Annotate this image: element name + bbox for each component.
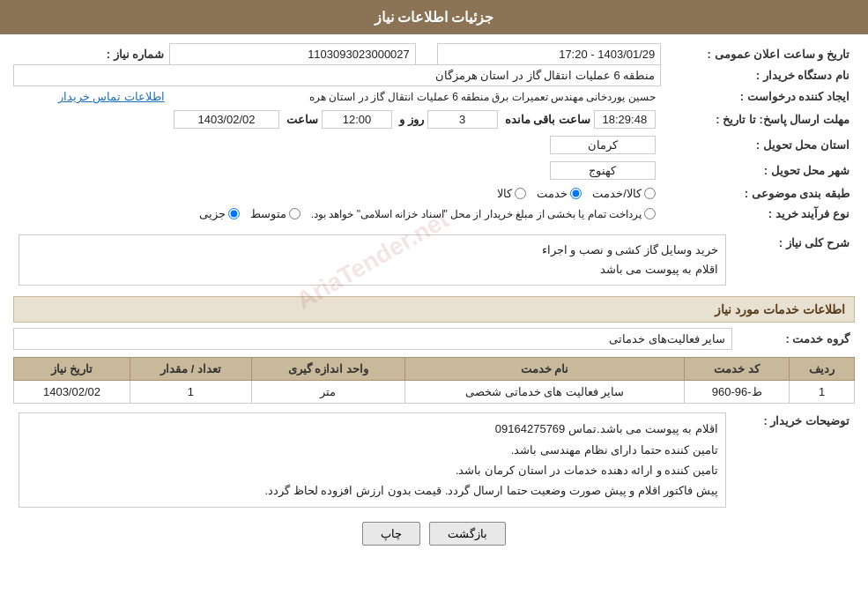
grohe-label: گروه خدمت : — [731, 329, 855, 350]
shomara-niaz-label: شماره نیاز : — [14, 44, 170, 65]
cell-kod: ط-96-960 — [685, 381, 790, 404]
th-kod: کد خدمت — [685, 358, 790, 381]
saat-label: ساعت — [286, 113, 318, 126]
radio-tamam-item: پرداخت تمام یا بخشی از مبلغ خریدار از مح… — [311, 208, 656, 220]
tabaqeh-label: طبقه بندی موضوعی : — [661, 183, 855, 204]
services-table: ردیف کد خدمت نام خدمت واحد اندازه گیری ت… — [13, 357, 855, 404]
table-row: 1 ط-96-960 سایر فعالیت های خدماتی شخصی م… — [14, 381, 855, 404]
motevaset-label: متوسط — [250, 207, 286, 220]
tosihaat-line2: تامین کننده حتما دارای نظام مهندسی باشد. — [26, 440, 718, 460]
tarrikh-aalan-value: 1403/01/29 - 17:20 — [438, 44, 661, 65]
shomara-niaz-value: 1103093023000027 — [170, 44, 416, 65]
buttons-row: بازگشت چاپ — [13, 522, 855, 546]
sharh-line1: خرید وسایل گاز کشی و نصب و اجراء — [26, 241, 718, 260]
services-table-head: ردیف کد خدمت نام خدمت واحد اندازه گیری ت… — [14, 358, 855, 381]
row-shomara: تاریخ و ساعت اعلان عمومی : 1403/01/29 - … — [14, 44, 856, 65]
row-sharh: شرح کلی نیاز : AriaTender.net خرید وسایل… — [13, 231, 855, 289]
category-radio-group: کالا/خدمت خدمت کالا — [19, 187, 656, 200]
tarrikh-aalan-label: تاریخ و ساعت اعلان عمومی : — [661, 44, 855, 65]
row-name-dastgah: نام دستگاه خریدار : منطقه 6 عملیات انتقا… — [14, 65, 856, 86]
sharh-line2: اقلام به پیوست می باشد — [26, 260, 718, 279]
row-tabaqeh: طبقه بندی موضوعی : کالا/خدمت خدمت — [14, 183, 856, 204]
khadamat-section-title: اطلاعات خدمات مورد نیاز — [13, 296, 855, 323]
sharh-table: شرح کلی نیاز : AriaTender.net خرید وسایل… — [13, 231, 855, 289]
shahr-value: کهنوج — [550, 161, 656, 180]
row-farayand: نوع فرآیند خرید : پرداخت تمام یا بخشی از… — [14, 204, 856, 224]
shahr-label: شهر محل تحویل : — [661, 158, 855, 183]
ijad-konande-value: حسین یوردخانی مهندس تعمیرات برق منطقه 6 … — [170, 86, 661, 108]
grohe-value: سایر فعالیت‌های خدماتی — [14, 329, 732, 350]
radio-kala-item: کالا — [497, 187, 526, 200]
th-vahed: واحد اندازه گیری — [251, 358, 404, 381]
row-ostan: استان محل تحویل : کرمان — [14, 132, 856, 158]
main-content: تاریخ و ساعت اعلان عمومی : 1403/01/29 - … — [0, 34, 868, 565]
sharh-box: AriaTender.net خرید وسایل گاز کشی و نصب … — [19, 234, 726, 286]
print-button[interactable]: چاپ — [362, 522, 420, 546]
row-tosihaat: توضیحات خریدار : اقلام به پیوست می باشد.… — [13, 409, 855, 511]
radio-khedmat-item: خدمت — [537, 187, 582, 200]
page-wrapper: جزئیات اطلاعات نیاز تاریخ و ساعت اعلان ع… — [0, 0, 868, 609]
services-header-row: ردیف کد خدمت نام خدمت واحد اندازه گیری ت… — [14, 358, 855, 381]
tosihaat-label: توضیحات خریدار : — [731, 409, 855, 511]
radio-motevaset-item: متوسط — [250, 207, 300, 220]
cell-tedad: 1 — [130, 381, 251, 404]
tosihaat-box: اقلام به پیوست می باشد.تماس 09164275769 … — [19, 412, 726, 508]
kala-label: کالا — [497, 187, 512, 200]
rooz-label: روز و — [399, 113, 424, 126]
cell-tarikh: 1403/02/02 — [14, 381, 130, 404]
row-ijad-konande: ایجاد کننده درخواست : حسین یوردخانی مهند… — [14, 86, 856, 108]
row-shahr: شهر محل تحویل : کهنوج — [14, 158, 856, 183]
ijad-konande-label: ایجاد کننده درخواست : — [661, 86, 855, 108]
th-radif: ردیف — [790, 358, 855, 381]
th-name: نام خدمت — [404, 358, 684, 381]
tamam-label: پرداخت تمام یا بخشی از مبلغ خریدار از مح… — [311, 208, 642, 220]
mohlat-label: مهلت ارسال پاسخ: تا تاریخ : — [661, 107, 855, 132]
farayand-radio-group: پرداخت تمام یا بخشی از مبلغ خریدار از مح… — [19, 207, 656, 220]
ostan-label: استان محل تحویل : — [661, 132, 855, 158]
khedmat-label: خدمت — [537, 187, 568, 200]
row-grohe: گروه خدمت : سایر فعالیت‌های خدماتی — [14, 329, 856, 350]
info-table: تاریخ و ساعت اعلان عمومی : 1403/01/29 - … — [13, 43, 855, 224]
sharh-label: شرح کلی نیاز : — [731, 231, 855, 289]
tosihaat-line4: پیش فاکتور اقلام و پیش صورت وضعیت حتما ا… — [26, 480, 718, 501]
radio-kala-khedmat: کالا/خدمت — [592, 187, 656, 200]
ettelaat-tamas-link[interactable]: اطلاعات تماس خریدار — [58, 90, 165, 103]
cell-radif: 1 — [790, 381, 855, 404]
th-tedad: تعداد / مقدار — [130, 358, 251, 381]
date-row: 18:29:48 ساعت باقی مانده 3 روز و 12:00 س… — [19, 110, 656, 129]
tosihaat-line1: اقلام به پیوست می باشد.تماس 09164275769 — [26, 419, 718, 439]
ostan-value: کرمان — [550, 136, 656, 154]
farayand-label: نوع فرآیند خرید : — [661, 204, 855, 224]
page-title: جزئیات اطلاعات نیاز — [375, 10, 494, 25]
name-dastgah-value: منطقه 6 عملیات انتقال گاز در استان هرمزگ… — [14, 65, 661, 86]
cell-name: سایر فعالیت های خدماتی شخصی — [404, 381, 684, 404]
grohe-table: گروه خدمت : سایر فعالیت‌های خدماتی — [13, 328, 855, 350]
date-value: 1403/02/02 — [174, 110, 279, 129]
radio-jozii-item: جزیی — [199, 207, 240, 220]
remaining-value: 18:29:48 — [594, 110, 656, 129]
services-table-body: 1 ط-96-960 سایر فعالیت های خدماتی شخصی م… — [14, 381, 855, 404]
remaining-label: ساعت باقی مانده — [505, 113, 590, 126]
row-mohlat: مهلت ارسال پاسخ: تا تاریخ : 18:29:48 ساع… — [14, 107, 856, 132]
kala-khedmat-label: کالا/خدمت — [592, 187, 642, 200]
back-button[interactable]: بازگشت — [429, 522, 506, 546]
jozii-label: جزیی — [199, 207, 226, 220]
tosihaat-table: توضیحات خریدار : اقلام به پیوست می باشد.… — [13, 409, 855, 511]
th-tarikh: تاریخ نیاز — [14, 358, 130, 381]
tosihaat-line3: تامین کننده و ارائه دهنده خدمات در استان… — [26, 460, 718, 480]
page-header: جزئیات اطلاعات نیاز — [0, 0, 868, 34]
rooz-value: 3 — [427, 110, 498, 129]
cell-vahed: متر — [251, 381, 404, 404]
name-dastgah-label: نام دستگاه خریدار : — [661, 65, 855, 86]
saat-value: 12:00 — [322, 110, 392, 129]
